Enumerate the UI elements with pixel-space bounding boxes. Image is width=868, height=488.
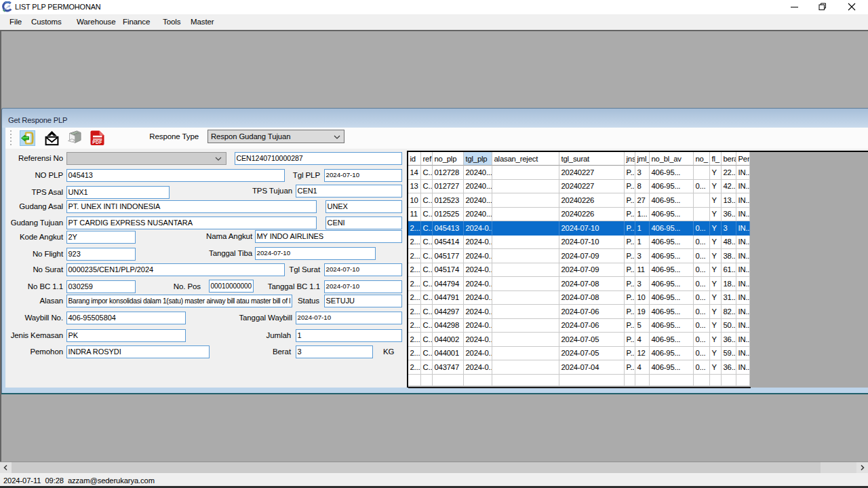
svg-text:PDF: PDF <box>92 140 102 145</box>
